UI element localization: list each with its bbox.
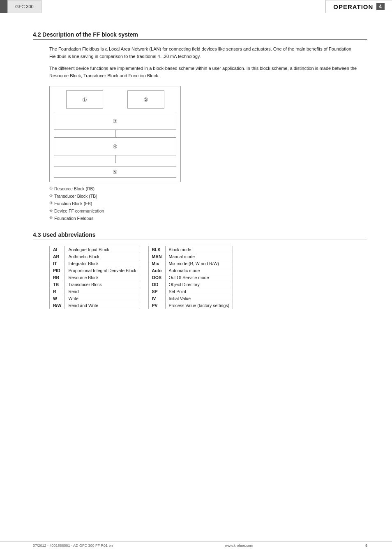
table-row: ARArithmetic Block xyxy=(50,253,140,260)
header-section-label: OPERATION 4 xyxy=(325,0,392,13)
header-left-accent xyxy=(0,0,7,13)
header-bar: GFC 300 OPERATION 4 xyxy=(0,0,392,13)
abbr-desc: Arithmetic Block xyxy=(65,253,140,260)
legend-text-1: Resource Block (RB) xyxy=(54,185,95,193)
abbr-table-right: BLKBlock modeMANManual modeMixMix mode (… xyxy=(148,246,233,309)
legend-item-1: ① Resource Block (RB) xyxy=(49,185,367,193)
abbr-desc: Proportional Integral Derivate Block xyxy=(65,267,140,274)
abbr-desc: Automatic mode xyxy=(165,267,233,274)
table-row: ODObject Directory xyxy=(148,281,233,288)
abbr-desc: Object Directory xyxy=(165,281,233,288)
abbr-divider xyxy=(140,246,148,309)
legend-item-5: ⑤ Foundation Fieldbus xyxy=(49,215,367,222)
abbr-code: IT xyxy=(50,260,65,267)
section-42-heading: 4.2 Description of the FF block system xyxy=(33,31,367,40)
table-row: AutoAutomatic mode xyxy=(148,267,233,274)
legend-item-2: ② Transducer Block (TB) xyxy=(49,193,367,200)
abbr-code: RB xyxy=(50,274,65,281)
legend-item-3: ③ Function Block (FB) xyxy=(49,200,367,208)
diagram-row1: ① ② xyxy=(54,90,176,109)
abbr-code: Mix xyxy=(148,260,165,267)
table-row: ITIntegrator Block xyxy=(50,260,140,267)
abbr-code: IV xyxy=(148,295,165,302)
section-number-badge: 4 xyxy=(376,3,385,10)
table-row: PVProcess Value (factory settings) xyxy=(148,302,233,309)
rb-number: ① xyxy=(82,97,87,103)
table-row: TBTransducer Block xyxy=(50,281,140,288)
table-row: WWrite xyxy=(50,295,140,302)
diagram-tb-box: ② xyxy=(127,90,164,109)
legend-text-5: Foundation Fieldbus xyxy=(54,215,93,222)
legend-num-5: ⑤ xyxy=(49,215,53,221)
operation-label: OPERATION xyxy=(333,3,373,10)
ff-block-diagram: ① ② ③ ④ ⑤ xyxy=(49,86,367,182)
main-content: 4.2 Description of the FF block system T… xyxy=(0,13,392,309)
abbr-desc: Transducer Block xyxy=(65,281,140,288)
foundation-number: ⑤ xyxy=(113,169,118,175)
table-row: RBResource Block xyxy=(50,274,140,281)
header-product-name: GFC 300 xyxy=(7,0,42,13)
diagram-foundation-row: ⑤ xyxy=(54,166,176,178)
table-row: RRead xyxy=(50,288,140,295)
table-row: MixMix mode (R, W and R/W) xyxy=(148,260,233,267)
fb-number: ③ xyxy=(113,118,118,124)
abbr-code: AR xyxy=(50,253,65,260)
abbr-desc: Set Point xyxy=(165,288,233,295)
abbr-desc: Read xyxy=(65,288,140,295)
legend-num-1: ① xyxy=(49,185,53,192)
abbr-desc: Manual mode xyxy=(165,253,233,260)
table-row: PIDProportional Integral Derivate Block xyxy=(50,267,140,274)
abbr-code: PID xyxy=(50,267,65,274)
table-row: SPSet Point xyxy=(148,288,233,295)
table-row: OOSOut Of Service mode xyxy=(148,274,233,281)
section-42-para1: The Foundation Fieldbus is a Local Area … xyxy=(49,46,367,60)
footer: 07/2012 - 4001866001 - AD GFC 300 FF R01… xyxy=(0,541,392,548)
abbr-code: R xyxy=(50,288,65,295)
abbr-desc: Resource Block xyxy=(65,274,140,281)
tb-number: ② xyxy=(143,97,148,103)
legend-text-4: Device FF communication xyxy=(54,208,104,215)
section-42-para2: The different device functions are imple… xyxy=(49,65,367,79)
abbr-desc: Write xyxy=(65,295,140,302)
footer-website: www.krohne.com xyxy=(225,543,254,548)
header-spacer xyxy=(42,0,326,13)
abbr-code: Auto xyxy=(148,267,165,274)
abbr-code: OOS xyxy=(148,274,165,281)
abbr-code: R/W xyxy=(50,302,65,309)
diagram-box: ① ② ③ ④ ⑤ xyxy=(49,86,181,182)
abbr-code: AI xyxy=(50,246,65,253)
legend-num-2: ② xyxy=(49,193,53,199)
section-43-heading: 4.3 Used abbreviations xyxy=(33,231,367,240)
abbreviations-wrapper: AIAnalogue Input BlockARArithmetic Block… xyxy=(49,246,367,309)
abbr-code: MAN xyxy=(148,253,165,260)
legend-num-4: ④ xyxy=(49,208,53,214)
diagram-device-ff-row: ④ xyxy=(54,137,176,155)
table-row: MANManual mode xyxy=(148,253,233,260)
table-row: AIAnalogue Input Block xyxy=(50,246,140,253)
abbr-code: OD xyxy=(148,281,165,288)
footer-doc-ref: 07/2012 - 4001866001 - AD GFC 300 FF R01… xyxy=(33,543,113,548)
table-row: BLKBlock mode xyxy=(148,246,233,253)
abbr-code: TB xyxy=(50,281,65,288)
abbr-table-left: AIAnalogue Input BlockARArithmetic Block… xyxy=(49,246,140,309)
legend-text-2: Transducer Block (TB) xyxy=(54,193,97,200)
footer-page-number: 9 xyxy=(365,543,367,548)
legend-item-4: ④ Device FF communication xyxy=(49,208,367,215)
diagram-rb-box: ① xyxy=(66,90,103,109)
legend-num-3: ③ xyxy=(49,200,53,206)
abbr-desc: Block mode xyxy=(165,246,233,253)
diagram-fb-row: ③ xyxy=(54,112,176,130)
device-ff-number: ④ xyxy=(113,143,118,150)
vertical-line-2 xyxy=(115,155,115,163)
table-row: R/WRead and Write xyxy=(50,302,140,309)
abbr-desc: Out Of Service mode xyxy=(165,274,233,281)
abbr-desc: Analogue Input Block xyxy=(65,246,140,253)
table-row: IVInitial Value xyxy=(148,295,233,302)
vertical-line-1 xyxy=(115,130,115,137)
abbr-desc: Initial Value xyxy=(165,295,233,302)
abbr-code: W xyxy=(50,295,65,302)
abbr-code: SP xyxy=(148,288,165,295)
abbr-code: PV xyxy=(148,302,165,309)
connector-2 xyxy=(54,155,176,163)
abbr-desc: Integrator Block xyxy=(65,260,140,267)
